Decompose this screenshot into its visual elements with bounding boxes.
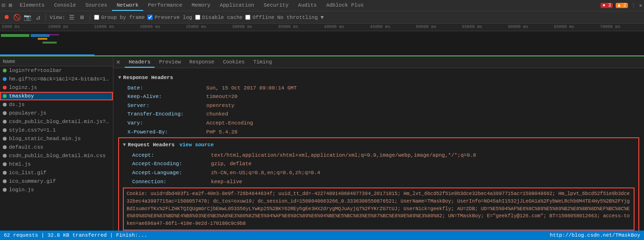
offline-checkbox[interactable]: [245, 15, 250, 20]
dev-tools-tabs: ⊡ ⊠ Elements Console Sources Network Per…: [2, 0, 369, 11]
tab-security[interactable]: Security: [259, 0, 293, 11]
file-item-dot: [3, 86, 7, 89]
response-headers-container: Date: Sun, 15 Oct 2017 09:00:14 GMT Keep…: [118, 84, 639, 137]
timeline-ruler: 5000 ms10000 ms15000 ms20000 ms25000 ms3…: [0, 24, 644, 31]
main-content: Name login?ref=toolbarhm.gif?cc=0&ck=1&c…: [0, 57, 644, 231]
view-grid-icon[interactable]: ⊞: [78, 14, 86, 21]
tab-audits[interactable]: Audits: [293, 0, 322, 11]
file-item-dot: [3, 120, 7, 124]
ruler-tick: 5000 ms: [2, 25, 20, 29]
close-detail-button[interactable]: ×: [116, 59, 120, 66]
tab-timing[interactable]: Timing: [249, 57, 276, 68]
camera-button[interactable]: 📷: [24, 14, 31, 21]
file-item-dot: [3, 77, 7, 81]
file-item[interactable]: populayer.js: [0, 109, 113, 117]
request-headers-container: Accept: text/html,application/xhtml+xml,…: [123, 151, 635, 186]
header-key: Connection:: [123, 178, 208, 187]
clear-button[interactable]: 🚫: [13, 14, 21, 21]
file-item-dot: [3, 94, 7, 98]
file-item-dot: [3, 171, 7, 175]
throttling-arrow[interactable]: ▼: [321, 15, 324, 20]
file-item[interactable]: blog_static_head.min.js: [0, 134, 113, 143]
disable-cache-checkbox[interactable]: [195, 15, 200, 20]
file-item[interactable]: csdn_public_blog_detail.min.js?201707: [0, 117, 113, 126]
tab-console[interactable]: Console: [49, 0, 80, 11]
request-header-row: Accept-Language: zh-CN,en-US;q=0.8,en;q=…: [123, 169, 635, 178]
close-devtools-icon[interactable]: ✕: [639, 2, 642, 9]
filter-button[interactable]: ⊿: [34, 14, 42, 21]
header-value: gzip, deflate: [208, 160, 251, 169]
file-item-name: loginz.js: [9, 85, 37, 90]
preserve-log-checkbox[interactable]: [147, 15, 153, 20]
tab-response[interactable]: Response: [186, 57, 218, 68]
detail-content: ▼ Response Headers Date: Sun, 15 Oct 201…: [113, 68, 644, 231]
file-item[interactable]: csdn_public_blog_detail.min.css: [0, 151, 113, 160]
top-right-controls: ● 3 ▲ 2 ⋮ ✕: [601, 2, 642, 9]
file-item[interactable]: ico_summary.gif: [0, 177, 113, 186]
response-header-row: Date: Sun, 15 Oct 2017 09:00:14 GMT: [118, 84, 639, 93]
response-headers-section[interactable]: ▼ Response Headers: [118, 74, 639, 82]
file-item-name: ds.js: [9, 102, 25, 107]
ruler-tick: 45000 ms: [370, 25, 390, 29]
disable-cache-label[interactable]: Disable cache: [195, 15, 243, 20]
file-item[interactable]: hm.gif?cc=0&ck=1&cl=24-bit&ds=13...: [0, 75, 113, 83]
file-item[interactable]: tmaskboy: [0, 92, 113, 100]
file-item-name: csdn_public_blog_detail.min.css: [9, 153, 106, 159]
ruler-tick: 55000 ms: [462, 25, 482, 29]
file-item[interactable]: login?ref=toolbar: [0, 66, 113, 75]
file-item-name: login.js: [9, 187, 34, 193]
tab-network[interactable]: Network: [112, 0, 143, 11]
file-item-dot: [3, 137, 7, 141]
view-source-link[interactable]: view source: [180, 141, 214, 150]
file-items-container: login?ref=toolbarhm.gif?cc=0&ck=1&cl=24-…: [0, 66, 113, 194]
ruler-tick: 30000 ms: [232, 25, 252, 29]
header-key: Vary:: [118, 119, 203, 128]
no-throttling-dropdown[interactable]: No throttling: [277, 15, 318, 20]
preserve-log-label[interactable]: Preserve log: [147, 15, 192, 20]
response-headers-label: Response Headers: [123, 74, 173, 82]
status-right: http://blog.csdn.net/TMaskBoy: [550, 232, 640, 238]
file-item-name: populayer.js: [9, 110, 46, 116]
tab-performance[interactable]: Performance: [143, 0, 187, 11]
tab-memory[interactable]: Memory: [187, 0, 215, 11]
tab-adblock[interactable]: Adblock Plus: [321, 0, 368, 11]
offline-label[interactable]: Offline: [245, 15, 274, 20]
tab-sources[interactable]: Sources: [81, 0, 112, 11]
tab-cookies[interactable]: Cookies: [219, 57, 249, 68]
header-key: Date:: [118, 84, 203, 93]
header-value: openresty: [203, 102, 234, 110]
more-icon[interactable]: ⋮: [631, 2, 636, 9]
request-header-row: Accept: text/html,application/xhtml+xml,…: [123, 151, 635, 160]
file-item[interactable]: loginz.js: [0, 83, 113, 92]
tab-preview[interactable]: Preview: [155, 57, 185, 68]
view-list-icon[interactable]: ☰: [68, 14, 76, 21]
tab-elements[interactable]: Elements: [15, 0, 50, 11]
file-item[interactable]: login.js: [0, 186, 113, 194]
record-button[interactable]: ⏺: [3, 14, 10, 21]
file-item-dot: [3, 128, 7, 132]
header-value: Sun, 15 Oct 2017 09:00:14 GMT: [203, 84, 297, 93]
file-item-dot: [3, 69, 7, 72]
file-item-dot: [3, 179, 7, 183]
request-headers-box: ▼ Request Headers view source Accept: te…: [118, 137, 639, 231]
header-key: Accept-Encoding:: [123, 160, 208, 169]
file-item[interactable]: html.js: [0, 160, 113, 169]
header-value: PHP 5.4.28: [203, 128, 238, 137]
header-value: zh-CN,en-US;q=0.8,en;q=0.6,zh;q=0.4: [208, 169, 320, 178]
header-key: Accept-Language:: [123, 169, 208, 178]
response-header-row: Server: openresty: [118, 102, 639, 110]
group-by-frame-label[interactable]: Group by frame: [94, 15, 145, 20]
tab-headers[interactable]: Headers: [125, 57, 154, 68]
ruler-tick: 20000 ms: [140, 25, 160, 29]
file-item[interactable]: default.css: [0, 143, 113, 151]
file-item-name: tmaskboy: [9, 93, 34, 99]
tab-application[interactable]: Application: [215, 0, 259, 11]
file-item[interactable]: style.css?v=1.1: [0, 126, 113, 134]
file-item[interactable]: ico_list.gif: [0, 169, 113, 177]
file-item-name: ico_list.gif: [9, 170, 46, 176]
header-value: timeout=20: [203, 93, 238, 101]
view-label: View:: [50, 15, 65, 20]
request-headers-section[interactable]: ▼ Request Headers view source: [123, 141, 635, 150]
file-item[interactable]: ds.js: [0, 100, 113, 109]
group-by-frame-checkbox[interactable]: [94, 15, 99, 20]
